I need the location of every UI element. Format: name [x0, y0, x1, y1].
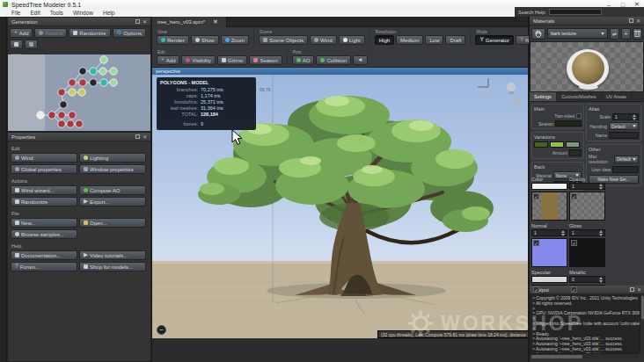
variation-color-swatch[interactable] [550, 141, 564, 148]
generator-node[interactable] [76, 120, 83, 127]
assign-material-button[interactable]: ⇄ [610, 28, 619, 40]
generator-node[interactable] [58, 89, 65, 96]
generator-node[interactable] [100, 56, 107, 63]
shop-for-models-button[interactable]: Shop for models... [79, 262, 146, 272]
draft-button[interactable]: Draft [445, 35, 465, 45]
generator-node[interactable] [79, 79, 86, 86]
generator-node[interactable] [100, 79, 107, 86]
generator-button[interactable]: YGenerator [475, 35, 513, 45]
video-tutorials-button[interactable]: ▶Video tutorials... [79, 250, 146, 260]
lighting-button[interactable]: Lighting [79, 153, 146, 163]
generator-node[interactable] [69, 89, 76, 96]
search-help-input[interactable] [549, 9, 602, 15]
float-panel-icon[interactable] [629, 18, 633, 23]
menu-window[interactable]: Window [73, 10, 93, 16]
compute-ao-button[interactable]: Compute AO [79, 185, 146, 195]
options-button[interactable]: ⚙Options [113, 28, 147, 38]
ao-button[interactable]: AO [292, 55, 315, 65]
settings-tab-settings[interactable]: Settings [530, 92, 557, 101]
material-select[interactable]: bark texture [547, 28, 608, 39]
visibility-button[interactable]: Visibility [181, 55, 216, 65]
specular-enabled-checkbox[interactable]: ✓ [533, 286, 539, 293]
add-button[interactable]: +Add [10, 28, 33, 38]
randomize-button[interactable]: Randomize [69, 28, 110, 38]
generator-node[interactable] [90, 79, 97, 86]
pan-hand-button[interactable] [531, 28, 545, 40]
float-panel-icon[interactable] [135, 134, 140, 139]
output-log[interactable]: > Copyright © 2009 IDV Inc., 2021 Unity … [530, 294, 644, 353]
viewport-header-bar[interactable]: perspective [152, 68, 528, 75]
normal-enabled-checkbox[interactable]: ✓ [533, 240, 539, 246]
generator-node[interactable] [69, 112, 76, 119]
viewport-3d[interactable]: perspective [152, 68, 528, 338]
generator-node[interactable] [79, 68, 86, 75]
color-texture-thumbnail[interactable]: ✓ [531, 192, 567, 221]
browse-samples-button[interactable]: Browse samples... [11, 229, 77, 239]
forum-button[interactable]: ?Forum... [11, 262, 77, 272]
close-panel-icon[interactable]: ✕ [143, 19, 147, 25]
output-horizontal-scrollbar[interactable] [530, 353, 639, 358]
export-button[interactable]: ▶Export... [79, 197, 146, 206]
generator-node[interactable] [60, 101, 67, 108]
normal-value-spinner[interactable]: 1 [531, 229, 567, 236]
generator-node[interactable] [48, 112, 55, 119]
menu-tools[interactable]: Tools [50, 10, 63, 16]
opacity-enabled-checkbox[interactable]: ✓ [571, 193, 577, 199]
generator-node[interactable] [110, 68, 117, 75]
new-button[interactable]: New... [11, 218, 77, 228]
metallic-value-spinner[interactable]: 0 [569, 276, 605, 283]
generator-node[interactable] [78, 89, 85, 96]
close-panel-icon[interactable]: ✕ [636, 18, 640, 24]
gloss-texture-thumbnail[interactable]: ✓ [569, 238, 605, 267]
color-color-swatch[interactable] [531, 183, 567, 190]
show-button[interactable]: Show [191, 35, 219, 45]
add-button[interactable]: +Add [157, 55, 179, 65]
gizmo-button[interactable]: Gizmo [217, 55, 247, 65]
low-button[interactable]: Low [425, 35, 443, 45]
specular-color-swatch[interactable] [531, 276, 567, 283]
generation-graph[interactable] [8, 54, 150, 131]
zoom-button[interactable]: Zoom [221, 35, 249, 45]
wind-button[interactable]: Wind [310, 35, 337, 45]
window-properties-button[interactable]: Window properties [79, 164, 146, 174]
menu-help[interactable]: Help [103, 10, 114, 16]
metallic-enabled-checkbox[interactable]: ✓ [571, 286, 577, 293]
generator-node[interactable] [90, 68, 97, 75]
document-tab[interactable]: tree_hero_v03.spm* ✕ [152, 17, 227, 27]
scale-spinner[interactable]: 1 [612, 113, 639, 120]
material-preview[interactable] [530, 41, 644, 92]
global-properties-button[interactable]: Global properties [11, 164, 77, 174]
opacity-value-spinner[interactable]: 1 [569, 183, 605, 190]
generator-node[interactable] [58, 112, 65, 119]
generator-node[interactable] [37, 112, 44, 119]
opacity-texture-thumbnail[interactable]: ✓ [569, 192, 605, 221]
user-data-field[interactable] [612, 166, 639, 173]
pen-button[interactable] [10, 40, 23, 49]
season-button[interactable]: Season [249, 55, 282, 65]
close-panel-icon[interactable]: ✕ [143, 134, 147, 140]
settings-tab-uv-areas[interactable]: UV Areas [602, 92, 632, 101]
settings-tab-cutouts-meshes[interactable]: Cutouts/Meshes [557, 92, 602, 101]
menu-file[interactable]: File [11, 10, 20, 16]
delete-material-button[interactable] [633, 28, 642, 40]
amount-field[interactable] [569, 149, 582, 156]
close-panel-icon[interactable]: ✕ [637, 287, 641, 293]
randomize-button[interactable]: Randomize [11, 197, 77, 206]
two-sided-checkbox[interactable] [576, 113, 582, 119]
generator-node[interactable] [99, 68, 106, 75]
collision-button[interactable]: Collision [316, 55, 351, 65]
variation-color-swatch[interactable] [534, 141, 548, 148]
menu-edit[interactable]: Edit [30, 10, 40, 16]
tab-close-icon[interactable]: ✕ [210, 18, 221, 25]
documentation-button[interactable]: Documentation... [11, 250, 77, 260]
render-button[interactable]: Render [157, 35, 189, 45]
handling-select[interactable]: Default [609, 122, 639, 130]
actions-button[interactable]: Actions [34, 28, 67, 38]
generator-node[interactable] [110, 79, 117, 86]
brush-button[interactable] [25, 40, 38, 49]
generator-node[interactable] [69, 79, 76, 86]
arrow-left-button[interactable]: ◄ [353, 55, 367, 65]
viewport-camera-widget[interactable]: ••• [157, 325, 166, 335]
high-button[interactable]: High [375, 35, 394, 45]
output-vertical-scrollbar[interactable] [640, 294, 644, 353]
